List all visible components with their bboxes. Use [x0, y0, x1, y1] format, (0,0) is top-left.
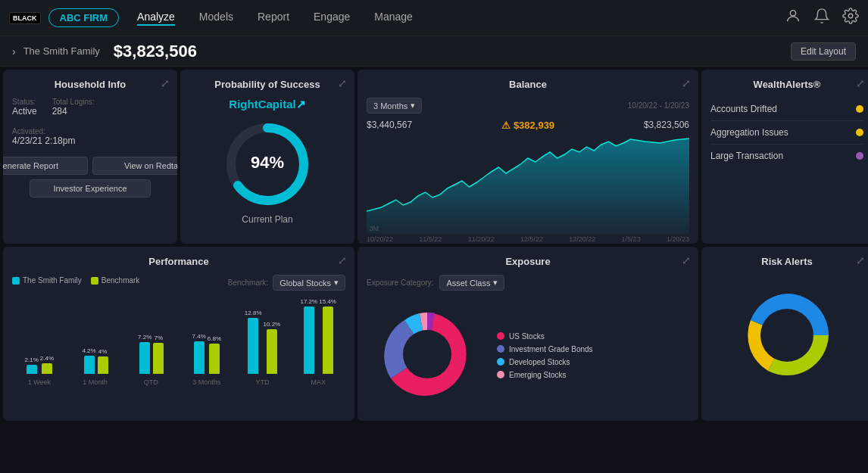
generate-report-button[interactable]: Generate Report	[3, 157, 88, 175]
chart-label-4: 12/5/22	[520, 235, 543, 243]
riskalerts-donut-chart	[730, 279, 844, 392]
legend-green-dot	[91, 277, 98, 285]
top-navigation: BLACK ABC FIRM Analyze Models Report Eng…	[0, 0, 868, 36]
probability-expand-icon[interactable]: ⤢	[338, 77, 347, 89]
bar-blue-label: 7.2%	[138, 334, 151, 341]
bar-blue-label: 17.2%	[301, 298, 318, 305]
bar-green	[209, 344, 220, 374]
bell-icon[interactable]	[813, 8, 830, 28]
portfolio-value: $3,823,506	[114, 42, 197, 61]
breadcrumb-chevron-icon: ›	[12, 45, 16, 58]
legend-benchmark: Benchmark	[91, 276, 140, 285]
status-value: Active	[12, 106, 37, 117]
alert-text-1: Aggregation Issues	[710, 127, 788, 138]
nav-report[interactable]: Report	[258, 11, 289, 26]
bar-blue	[84, 356, 95, 374]
exp-dot-0	[497, 332, 504, 340]
balance-values: $3,440,567 ⚠ $382,939 $3,823,506	[367, 120, 689, 131]
logins-label: Total Logins:	[52, 98, 95, 106]
firm-tab[interactable]: ABC FIRM	[48, 8, 120, 27]
chart-label-7: 1/20/23	[667, 235, 689, 243]
bar-blue	[304, 307, 314, 374]
bar-period-label: MAX	[311, 378, 326, 386]
rightcapital-logo: RightCapital↗	[189, 98, 345, 111]
benchmark-label: Benchmark:	[228, 279, 268, 287]
exposure-dropdown[interactable]: Asset Class▾	[439, 275, 504, 291]
exposure-controls: Exposure Category: Asset Class▾	[367, 275, 689, 291]
exp-dot-1	[497, 345, 504, 353]
bar-green-label: 15.4%	[319, 298, 336, 305]
household-expand-icon[interactable]: ⤢	[161, 77, 170, 89]
logins-value: 284	[52, 106, 95, 117]
alert-item-0: Accounts Drifted	[710, 98, 863, 121]
balance-date-range: 10/20/22 - 1/20/23	[628, 101, 689, 110]
svg-point-1	[848, 14, 853, 18]
bar-period-label: 1 Week	[28, 378, 51, 386]
exposure-card: Exposure ⤢ Exposure Category: Asset Clas…	[358, 247, 698, 421]
chart-label-3: 11/20/22	[468, 235, 495, 243]
bar-period-label: 1 Month	[83, 378, 108, 386]
legend-blue-dot	[12, 277, 20, 285]
performance-benchmark-dropdown[interactable]: Global Stocks▾	[273, 275, 345, 291]
alert-item-2: Large Transaction	[710, 145, 863, 167]
svg-point-9	[760, 309, 813, 362]
profile-icon[interactable]	[785, 8, 801, 28]
bar-blue-label: 7.4%	[192, 333, 206, 340]
exposure-donut-chart	[367, 294, 488, 417]
wealthalerts-list: Accounts Drifted Aggregation Issues Larg…	[710, 98, 863, 167]
riskalerts-expand-icon[interactable]: ⤢	[856, 254, 865, 266]
household-title: Household Info	[12, 79, 168, 90]
bar-green-label: 4%	[98, 348, 108, 355]
bar-group-3-months: 7.4% 6.8% 3 Months	[183, 298, 231, 386]
edit-layout-button[interactable]: Edit Layout	[791, 42, 856, 61]
performance-expand-icon[interactable]: ⤢	[338, 254, 347, 266]
investor-experience-button[interactable]: Investor Experience	[30, 179, 151, 198]
exp-legend-2: Developed Stocks	[497, 358, 593, 366]
bar-group-1-week: 2.1% 2.4% 1 Week	[15, 298, 64, 386]
view-redtail-button[interactable]: View on Redtail	[92, 157, 177, 175]
balance-expand-icon[interactable]: ⤢	[682, 77, 691, 89]
bar-blue-label: 4.2%	[82, 347, 95, 354]
exp-legend-0: US Stocks	[497, 332, 593, 341]
chart-label-1: 10/20/22	[367, 235, 393, 243]
alert-dot-2	[856, 152, 863, 160]
bar-group-max: 17.2% 15.4% MAX	[294, 298, 342, 386]
riskalerts-card: Risk Alerts ⤢	[701, 247, 868, 421]
alert-text-2: Large Transaction	[710, 151, 783, 161]
activated-value: 4/23/21 2:18pm	[12, 135, 168, 146]
wealthalerts-title: WealthAlerts®	[710, 79, 863, 90]
nav-manage[interactable]: Manage	[374, 11, 413, 26]
riskalerts-donut-container	[710, 275, 863, 396]
exposure-expand-icon[interactable]: ⤢	[682, 254, 691, 266]
bar-blue-label: 2.1%	[25, 356, 39, 363]
bar-green	[42, 363, 52, 374]
wealthalerts-expand-icon[interactable]: ⤢	[856, 77, 865, 89]
probability-donut-chart: 94%	[222, 119, 313, 210]
status-label: Status:	[12, 98, 37, 106]
nav-icons	[785, 8, 859, 28]
bar-green-label: 6.8%	[208, 335, 221, 342]
nav-analyze[interactable]: Analyze	[137, 11, 175, 26]
nav-models[interactable]: Models	[199, 11, 233, 26]
bar-period-label: QTD	[144, 378, 158, 386]
alert-dot-1	[856, 129, 863, 136]
breadcrumb-bar: › The Smith Family $3,823,506 Edit Layou…	[0, 36, 868, 67]
bar-period-label: YTD	[256, 378, 270, 386]
performance-title: Performance	[12, 256, 345, 267]
performance-card: Performance ⤢ The Smith Family Benchmark…	[3, 247, 354, 421]
probability-title: Probability of Success	[189, 79, 345, 90]
nav-engage[interactable]: Engage	[314, 11, 350, 26]
exposure-legend: US Stocks Investment Grade Bonds Develop…	[497, 332, 593, 379]
balance-period-dropdown[interactable]: 3 Months▾	[367, 98, 422, 114]
dashboard: Household Info ⤢ Status: Active Total Lo…	[0, 67, 868, 473]
bar-green-label: 7%	[155, 335, 164, 341]
probability-subtitle: Current Plan	[242, 214, 292, 225]
gear-icon[interactable]	[842, 8, 859, 28]
bar-group-qtd: 7.2% 7% QTD	[126, 298, 175, 386]
bar-green	[98, 356, 108, 374]
svg-point-7	[403, 330, 451, 378]
bar-group-1-month: 4.2% 4% 1 Month	[71, 298, 120, 386]
bar-blue-label: 12.8%	[245, 310, 262, 316]
probability-card: Probability of Success ⤢ RightCapital↗ 9…	[180, 70, 354, 244]
balance-header: 3 Months▾ 10/20/22 - 1/20/23	[367, 98, 689, 114]
